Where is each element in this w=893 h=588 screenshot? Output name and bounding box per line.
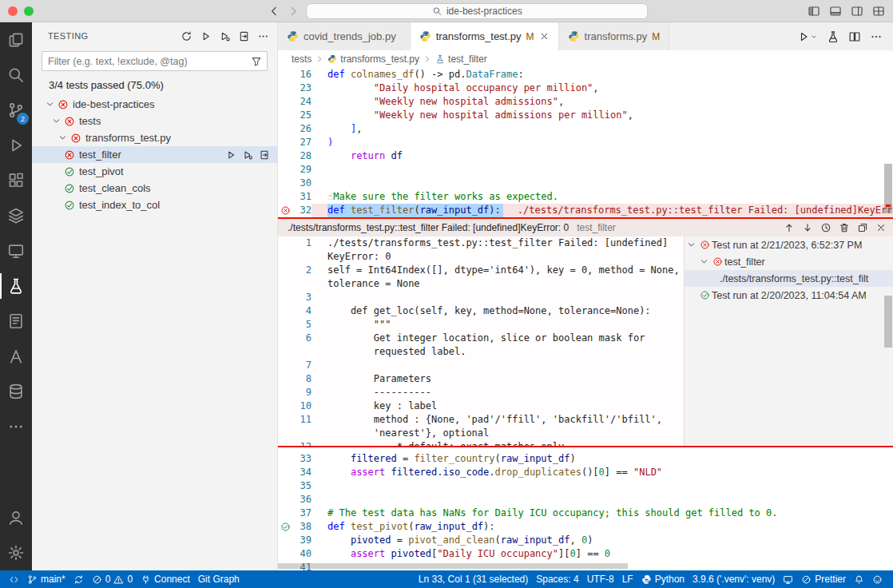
- zoom-window-button[interactable]: [24, 6, 34, 16]
- tree-item-test-index-to-col[interactable]: test_index_to_col: [32, 197, 277, 213]
- extensions-icon[interactable]: [0, 163, 32, 198]
- code-line[interactable]: 33 filtered = filter_country(raw_input_d…: [278, 452, 893, 466]
- filter-input[interactable]: [48, 56, 251, 67]
- code-line[interactable]: 29: [278, 163, 893, 177]
- toggle-panel-icon[interactable]: [829, 5, 842, 18]
- extension-status[interactable]: [779, 570, 797, 588]
- test-run-item[interactable]: Test run at 2/21/2023, 6:52:37 PM: [685, 236, 893, 253]
- problems-status[interactable]: 0 0: [88, 570, 137, 588]
- code-line[interactable]: 4 def get_loc(self, key, method=None, to…: [278, 304, 684, 318]
- code-line[interactable]: 27): [278, 136, 893, 149]
- tree-item-test-clean-cols[interactable]: test_clean_cols: [32, 180, 277, 197]
- test-history-icon[interactable]: [820, 222, 831, 233]
- code-line[interactable]: 28 return df: [278, 149, 893, 163]
- code-line[interactable]: 38def test_pivot(raw_input_df):: [278, 520, 893, 534]
- clear-results-icon[interactable]: [839, 222, 850, 233]
- code-line[interactable]: 5 """: [278, 318, 684, 332]
- code-line[interactable]: 26 ],: [278, 122, 893, 136]
- indentation-status[interactable]: Spaces: 4: [532, 570, 582, 588]
- remote-indicator[interactable]: [5, 570, 23, 588]
- command-center-search[interactable]: ide-best-practices: [306, 3, 648, 19]
- run-tests-in-file-icon[interactable]: [827, 30, 839, 43]
- run-test-icon[interactable]: [225, 149, 236, 161]
- next-message-icon[interactable]: [802, 222, 813, 233]
- database-icon[interactable]: [0, 374, 32, 409]
- code-line[interactable]: 36: [278, 493, 893, 507]
- code-lines-top[interactable]: 16def colnames_df() -> pd.DataFrame:23 "…: [278, 68, 893, 217]
- run-debug-icon[interactable]: [0, 128, 32, 163]
- pass-gutter-icon[interactable]: [278, 520, 291, 534]
- debug-tests-icon[interactable]: [219, 30, 231, 42]
- open-in-editor-icon[interactable]: [857, 222, 868, 233]
- tree-item-test-filter[interactable]: test_filter: [32, 146, 277, 163]
- refresh-tests-icon[interactable]: [181, 30, 192, 42]
- accounts-icon[interactable]: [0, 500, 32, 535]
- tab-transforms[interactable]: transforms.py M: [559, 22, 670, 50]
- filter-icon[interactable]: [251, 56, 262, 67]
- debug-test-icon[interactable]: [242, 149, 253, 161]
- go-to-test-icon[interactable]: [259, 149, 270, 161]
- tree-item-tests[interactable]: tests: [32, 113, 277, 129]
- code-line[interactable]: KeyError: 0: [278, 250, 684, 264]
- customize-layout-icon[interactable]: [872, 5, 885, 18]
- breadcrumb-tests[interactable]: tests: [292, 54, 312, 65]
- peek-error-output[interactable]: 1./tests/transforms_test.py::test_filter…: [278, 236, 684, 446]
- code-line[interactable]: tolerance = None: [278, 277, 684, 291]
- navigate-back-icon[interactable]: [268, 5, 280, 18]
- notebook-icon[interactable]: [0, 304, 32, 339]
- code-line[interactable]: requested label.: [278, 345, 684, 359]
- notifications[interactable]: [850, 570, 868, 588]
- tab-covid-trends-job[interactable]: covid_trends_job.py: [278, 22, 411, 50]
- code-line[interactable]: 39 pivoted = pivot_and_clean(raw_input_d…: [278, 534, 893, 547]
- code-line[interactable]: 2self = Int64Index([], dtype='int64'), k…: [278, 264, 684, 277]
- breadcrumb-symbol[interactable]: test_filter: [448, 54, 487, 65]
- code-line[interactable]: 35: [278, 479, 893, 493]
- show-test-output-icon[interactable]: [238, 30, 250, 42]
- cursor-position[interactable]: Ln 33, Col 1 (31 selected): [415, 570, 532, 588]
- git-graph-status[interactable]: Git Graph: [194, 570, 244, 588]
- code-line[interactable]: 9 ----------: [278, 386, 684, 399]
- testing-icon[interactable]: [0, 268, 32, 304]
- code-line[interactable]: 10 key : label: [278, 399, 684, 413]
- code-line[interactable]: 30: [278, 177, 893, 190]
- more-views-icon[interactable]: [0, 409, 32, 444]
- explorer-icon[interactable]: [0, 22, 32, 58]
- connect-status[interactable]: Connect: [137, 570, 194, 588]
- run-all-tests-icon[interactable]: [200, 30, 212, 42]
- code-line[interactable]: 8 Parameters: [278, 372, 684, 386]
- horizontal-scrollbar[interactable]: [278, 562, 882, 570]
- code-lines-bottom[interactable]: 33 filtered = filter_country(raw_input_d…: [278, 452, 893, 570]
- code-line[interactable]: 40 assert pivoted["Daily ICU occupancy"]…: [278, 547, 893, 561]
- code-line[interactable]: 1./tests/transforms_test.py::test_filter…: [278, 236, 684, 250]
- code-line[interactable]: 23 "Daily hospital occupancy per million…: [278, 81, 893, 95]
- tree-item-test-pivot[interactable]: test_pivot: [32, 163, 277, 180]
- editor-scrollbar[interactable]: [883, 68, 893, 561]
- code-line[interactable]: 24 "Weekly new hospital admissions",: [278, 95, 893, 109]
- close-window-button[interactable]: [8, 6, 18, 16]
- test-run-item[interactable]: Test run at 2/20/2023, 11:04:54 AM: [685, 287, 893, 304]
- code-line[interactable]: 16def colnames_df() -> pd.DataFrame:: [278, 68, 893, 81]
- tab-transforms-test[interactable]: transforms_test.py M: [411, 22, 559, 50]
- code-line[interactable]: 32def test_filter(raw_input_df):./tests/…: [278, 204, 893, 217]
- code-line[interactable]: 11 method : {None, 'pad'/'ffill', 'backf…: [278, 413, 684, 427]
- more-editor-actions-icon[interactable]: [870, 30, 883, 43]
- tree-item-transforms-test[interactable]: transforms_test.py: [32, 129, 277, 146]
- eol-status[interactable]: LF: [618, 570, 637, 588]
- toggle-primary-sidebar-icon[interactable]: [808, 5, 820, 18]
- code-line[interactable]: 7: [278, 359, 684, 372]
- breadcrumb-file[interactable]: transforms_test.py: [340, 54, 419, 65]
- python-interpreter[interactable]: 3.9.6 ('.venv': venv): [689, 570, 779, 588]
- code-line[interactable]: 'nearest'}, optional: [278, 427, 684, 440]
- code-line[interactable]: 25 "Weekly new hospital admissions per m…: [278, 109, 893, 122]
- previous-message-icon[interactable]: [784, 222, 795, 233]
- test-result-item[interactable]: test_filter: [685, 253, 893, 270]
- error-gutter-icon[interactable]: [278, 204, 291, 217]
- navigate-forward-icon[interactable]: [287, 5, 300, 18]
- settings-gear-icon[interactable]: [0, 535, 32, 570]
- feedback[interactable]: [868, 570, 887, 588]
- code-line[interactable]: 37# The test data has NaNs for Daily ICU…: [278, 507, 893, 520]
- toggle-secondary-sidebar-icon[interactable]: [851, 5, 863, 18]
- tree-item-workspace[interactable]: ide-best-practices: [32, 96, 277, 113]
- remote-explorer-icon[interactable]: [0, 233, 32, 268]
- code-line[interactable]: 31☝Make sure the filter works as expecte…: [278, 190, 893, 204]
